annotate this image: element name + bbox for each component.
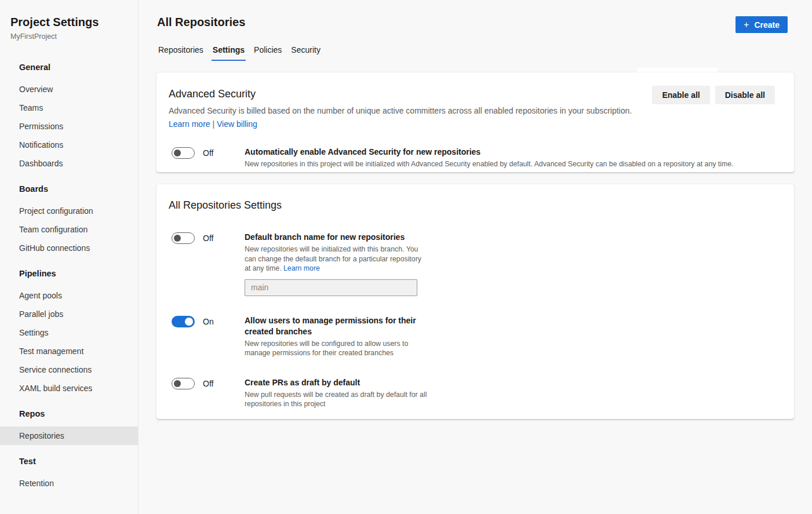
auto-enable-setting-description: New repositories in this project will be…: [245, 159, 733, 169]
repo-settings-rows: Off Default branch name for new reposito…: [169, 232, 775, 409]
advanced-security-card: Advanced Security Advanced Security is b…: [156, 72, 794, 172]
sidebar-item-xaml-build-services[interactable]: XAML build services: [0, 379, 138, 398]
sidebar-item-dashboards[interactable]: Dashboards: [0, 154, 138, 173]
branch-permissions-toggle-group: On: [172, 316, 245, 327]
default-branch-setting-text: Default branch name for new repositories…: [245, 232, 429, 296]
toggle-knob: [174, 380, 181, 387]
toggle-knob: [174, 150, 181, 156]
toggle-knob: [185, 318, 193, 326]
draft-pr-toggle[interactable]: [172, 378, 195, 389]
draft-pr-toggle-group: Off: [172, 378, 245, 389]
toggle-state-label: On: [203, 317, 214, 326]
draft-pr-setting-description: New pull requests will be created as dra…: [245, 390, 429, 409]
project-settings-sidebar: Project Settings MyFirstProject General …: [0, 0, 139, 514]
branch-permissions-setting-title: Allow users to manage permissions for th…: [245, 315, 429, 337]
default-branch-toggle-group: Off: [172, 232, 245, 244]
sidebar-item-repositories[interactable]: Repositories: [0, 426, 138, 445]
default-branch-row: Off Default branch name for new reposito…: [169, 232, 775, 296]
sidebar-item-test-management[interactable]: Test management: [0, 342, 138, 360]
toggle-knob: [174, 235, 181, 242]
draft-pr-row: Off Create PRs as draft by default New p…: [169, 377, 775, 409]
learn-more-link[interactable]: Learn more: [169, 119, 210, 129]
sidebar-item-parallel-jobs[interactable]: Parallel jobs: [0, 305, 138, 323]
project-name: MyFirstProject: [10, 32, 128, 41]
toggle-state-label: Off: [203, 148, 213, 158]
toggle-state-label: Off: [203, 379, 213, 388]
advanced-security-header: Advanced Security Advanced Security is b…: [169, 87, 775, 129]
draft-pr-setting-title: Create PRs as draft by default: [245, 377, 429, 388]
nav-group-header-general: General: [0, 58, 138, 76]
auto-enable-advanced-security-toggle[interactable]: [172, 147, 195, 159]
view-billing-link[interactable]: View billing: [217, 119, 257, 129]
nav-group-pipelines: Pipelines Agent pools Parallel jobs Sett…: [0, 264, 138, 398]
default-branch-setting-title: Default branch name for new repositories: [245, 232, 429, 243]
default-branch-description-text: New repositories will be initialized wit…: [245, 245, 421, 272]
default-branch-name-input[interactable]: [245, 279, 417, 296]
create-button[interactable]: + Create: [735, 16, 788, 33]
auto-enable-setting-title: Automatically enable Advanced Security f…: [245, 147, 733, 158]
branch-permissions-row: On Allow users to manage permissions for…: [169, 315, 775, 358]
advanced-security-header-text: Advanced Security Advanced Security is b…: [169, 87, 632, 129]
tab-security[interactable]: Security: [290, 44, 322, 61]
link-separator: |: [212, 119, 214, 129]
tab-bar: Repositories Settings Policies Security: [157, 44, 322, 61]
plus-icon: +: [744, 20, 749, 30]
nav-group-header-pipelines: Pipelines: [0, 264, 138, 283]
sidebar-item-permissions[interactable]: Permissions: [0, 117, 138, 136]
advanced-security-description: Advanced Security is billed based on the…: [169, 105, 632, 116]
advanced-security-links: Learn more | View billing: [169, 119, 632, 129]
main-content: All Repositories + Create Repositories S…: [139, 0, 812, 514]
draft-pr-setting-text: Create PRs as draft by default New pull …: [245, 377, 429, 409]
sidebar-nav: General Overview Teams Permissions Notif…: [0, 58, 138, 493]
enable-all-button[interactable]: Enable all: [652, 86, 709, 104]
all-repositories-settings-card: All Repositories Settings Off Default br…: [156, 184, 794, 419]
tab-repositories[interactable]: Repositories: [157, 44, 205, 61]
sidebar-item-service-connections[interactable]: Service connections: [0, 360, 138, 379]
advanced-security-actions: Enable all Disable all: [652, 86, 775, 104]
sidebar-item-overview[interactable]: Overview: [0, 80, 138, 99]
auto-enable-toggle-group: Off: [172, 147, 245, 159]
sidebar-header: Project Settings MyFirstProject: [0, 0, 138, 41]
tab-settings[interactable]: Settings: [212, 44, 246, 61]
auto-enable-advanced-security-row: Off Automatically enable Advanced Securi…: [169, 147, 775, 169]
advanced-security-title: Advanced Security: [169, 87, 632, 101]
sidebar-item-team-configuration[interactable]: Team configuration: [0, 220, 138, 239]
branch-permissions-setting-text: Allow users to manage permissions for th…: [245, 315, 429, 358]
sidebar-item-teams[interactable]: Teams: [0, 99, 138, 117]
nav-group-header-repos: Repos: [0, 404, 138, 423]
sidebar-item-retention[interactable]: Retention: [0, 474, 138, 493]
sidebar-item-github-connections[interactable]: GitHub connections: [0, 239, 138, 257]
nav-group-test: Test Retention: [0, 452, 138, 493]
sidebar-item-project-configuration[interactable]: Project configuration: [0, 202, 138, 220]
tab-policies[interactable]: Policies: [253, 44, 283, 61]
branch-permissions-setting-description: New repositories will be configured to a…: [245, 339, 429, 358]
sidebar-title: Project Settings: [10, 14, 128, 30]
create-button-label: Create: [754, 20, 780, 30]
nav-group-repos: Repos Repositories: [0, 404, 138, 445]
toggle-state-label: Off: [203, 234, 213, 243]
disable-all-button[interactable]: Disable all: [715, 86, 775, 104]
nav-group-header-test: Test: [0, 452, 138, 471]
sidebar-item-settings[interactable]: Settings: [0, 323, 138, 342]
sidebar-item-agent-pools[interactable]: Agent pools: [0, 286, 138, 305]
nav-group-boards: Boards Project configuration Team config…: [0, 180, 138, 257]
default-branch-learn-more-link[interactable]: Learn more: [283, 264, 320, 272]
branch-permissions-toggle[interactable]: [172, 316, 195, 327]
page-title: All Repositories: [157, 16, 245, 29]
default-branch-toggle[interactable]: [172, 232, 195, 244]
default-branch-setting-description: New repositories will be initialized wit…: [245, 245, 429, 274]
sidebar-item-notifications[interactable]: Notifications: [0, 136, 138, 154]
all-repositories-settings-title: All Repositories Settings: [169, 198, 775, 212]
nav-group-header-boards: Boards: [0, 180, 138, 198]
nav-group-general: General Overview Teams Permissions Notif…: [0, 58, 138, 173]
settings-content: Advanced Security Advanced Security is b…: [156, 72, 794, 419]
auto-enable-setting-text: Automatically enable Advanced Security f…: [245, 147, 733, 169]
